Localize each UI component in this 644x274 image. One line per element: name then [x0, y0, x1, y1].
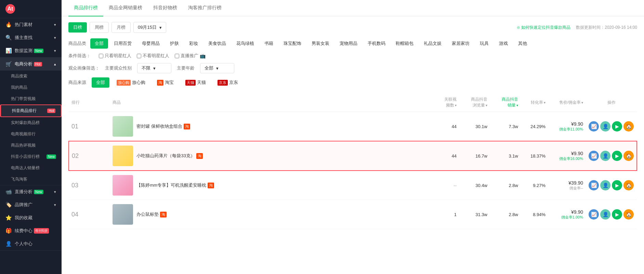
user-btn-2[interactable]: 👤: [600, 151, 610, 161]
sidebar-sub-item-product-review[interactable]: 商品热评视频: [0, 140, 62, 151]
user-btn-3[interactable]: 👤: [600, 180, 610, 190]
sidebar-item-points[interactable]: 🎁 续费中心 年付6折: [0, 224, 62, 237]
col-product-sales[interactable]: 商品抖音销量▾: [490, 93, 521, 112]
video-btn-4[interactable]: ▶: [612, 209, 622, 220]
commission-rate-3: 佣金率--: [551, 186, 583, 191]
sidebar-sub-item-my-products[interactable]: 我的商品: [0, 82, 62, 93]
gender-select[interactable]: 不限 ▾: [137, 63, 171, 73]
sidebar-item-ecom-analysis[interactable]: 🛒 电商分析 Hot ▴: [0, 58, 62, 71]
src-btn-taobao[interactable]: 淘 淘宝: [153, 77, 178, 88]
sidebar-sub-item-realtime[interactable]: 实时爆款商品榜: [0, 117, 62, 128]
sidebar-item-data-monitor[interactable]: 📊 数据监测 New ▾: [0, 44, 62, 57]
date-selector[interactable]: 09月15日 ▾: [133, 22, 166, 33]
sidebar-sub-item-shop-rank[interactable]: 抖音小店排行榜 New: [0, 151, 62, 162]
src-btn-jd[interactable]: 京东 京东: [213, 77, 242, 88]
brand-icon: 🏷️: [5, 202, 12, 208]
action-cell-2: 📈 👤 ▶ 🏠: [586, 141, 637, 171]
cat-btn-baby[interactable]: 母婴用品: [137, 38, 164, 49]
cond-only-star-check[interactable]: [99, 54, 103, 58]
sidebar: At 🔥 热门素材 ▾ 🔍 播主查找 ▾ 📊 数据监测 New ▾ 🛒 电商分析…: [0, 0, 62, 274]
sidebar-item-live-analysis[interactable]: 📹 直播分析 New ▾: [0, 185, 62, 198]
cat-btn-jewelry[interactable]: 珠宝配饰: [279, 38, 306, 49]
chart-btn-2[interactable]: 📈: [589, 151, 599, 161]
src-btn-tmall[interactable]: 天猫 天猫: [181, 77, 210, 88]
cat-btn-food[interactable]: 美食饮品: [204, 38, 231, 49]
age-select[interactable]: 全部 ▾: [200, 63, 234, 73]
video-btn-2[interactable]: ▶: [612, 151, 622, 161]
col-conversion[interactable]: 转化率▾: [521, 93, 548, 112]
cat-btn-gifts[interactable]: 礼品文娱: [419, 38, 446, 49]
sidebar-sub-item-ecom-video[interactable]: 电商视频排行: [0, 128, 62, 140]
audience-filter-row: 观众画像筛选： 主要观众性别 不限 ▾ 主要年龄 全部 ▾: [68, 63, 637, 73]
chart-btn-1[interactable]: 📈: [589, 121, 599, 132]
sidebar-sub-item-hot-videos[interactable]: 热门带货视频: [0, 93, 62, 104]
sort-icon-price: ▾: [581, 101, 583, 104]
price-value-1: ¥9.90: [551, 121, 583, 127]
cond-only-star[interactable]: 只看明星红人: [99, 53, 131, 59]
cat-btn-skincare[interactable]: 护肤: [166, 38, 183, 49]
chart-icon: 📊: [5, 48, 12, 54]
sidebar-item-personal[interactable]: 👤 个人中心: [0, 237, 62, 250]
sidebar-item-brand[interactable]: 🏷️ 品牌推广 ▾: [0, 198, 62, 211]
cat-btn-digital[interactable]: 手机数码: [363, 38, 390, 49]
home-btn-2[interactable]: 🏠: [623, 151, 634, 161]
cat-btn-pets[interactable]: 宠物用品: [335, 38, 362, 49]
video-btn-1[interactable]: ▶: [612, 121, 622, 132]
sidebar-item-host-search[interactable]: 🔍 播主查找 ▾: [0, 31, 62, 44]
content-area: 日榜 周榜 月榜 09月15日 ▾ ⊙ 如何快速定位抖音爆款商品 数据更新时间：…: [62, 16, 644, 274]
home-btn-1[interactable]: 🏠: [623, 121, 634, 132]
sidebar-item-collect[interactable]: ⭐ 我的收藏: [0, 211, 62, 224]
cat-btn-makeup[interactable]: 彩妆: [185, 38, 202, 49]
tab-all-sales[interactable]: 商品全网销量榜: [103, 0, 148, 16]
home-btn-4[interactable]: 🏠: [623, 209, 634, 220]
cond-not-star-check[interactable]: [137, 54, 141, 58]
cond-not-star[interactable]: 不看明星红人: [137, 53, 169, 59]
cat-btn-daily[interactable]: 日用百货: [109, 38, 136, 49]
new-badge-shop: New: [47, 154, 56, 159]
sidebar-sub-label-my-products: 我的商品: [11, 85, 27, 90]
src-btn-all[interactable]: 全部: [92, 77, 109, 88]
sidebar-sub-item-feiliao[interactable]: 飞鸟淘客: [0, 174, 62, 185]
cat-btn-clothing[interactable]: 男装女装: [307, 38, 334, 49]
cond-live-promo-check[interactable]: [175, 54, 179, 58]
col-related-videos[interactable]: 关联视频数▾: [432, 93, 459, 112]
sidebar-sub-item-talent-sales[interactable]: 电商达人销量榜: [0, 162, 62, 174]
cond-not-star-label: 不看明星红人: [143, 53, 169, 59]
help-link[interactable]: ⊙ 如何快速定位抖音爆款商品: [517, 25, 570, 30]
col-price[interactable]: 售价/佣金率▾: [548, 93, 586, 112]
age-value: 全部: [205, 65, 213, 71]
src-btn-fxg[interactable]: 放心购 放心购: [112, 77, 150, 88]
sidebar-item-hot-material[interactable]: 🔥 热门素材 ▾: [0, 18, 62, 31]
btn-week[interactable]: 周榜: [90, 22, 109, 33]
cat-btn-others[interactable]: 其他: [514, 38, 531, 49]
table-row-highlighted: 02 小吃猫山药薄片（每袋33克） 淘 44 16.7w 3.1w 1: [69, 141, 637, 171]
tabs-bar: 商品排行榜 商品全网销量榜 抖音好物榜 淘客推广排行榜: [62, 0, 644, 16]
cat-btn-flowers[interactable]: 花鸟绿植: [232, 38, 259, 49]
sidebar-sub-item-douyin-rank[interactable]: 抖音商品排行 Hot: [0, 104, 62, 117]
video-btn-3[interactable]: ▶: [612, 180, 622, 190]
cat-btn-home[interactable]: 家居家坊: [447, 38, 474, 49]
tab-taoke-rank[interactable]: 淘客推广排行榜: [183, 0, 227, 16]
cat-btn-games[interactable]: 游戏: [495, 38, 512, 49]
cat-btn-all[interactable]: 全部: [90, 38, 108, 49]
tab-douyin-good[interactable]: 抖音好物榜: [148, 0, 183, 16]
cat-btn-toys[interactable]: 玩具: [475, 38, 493, 49]
chart-btn-4[interactable]: 📈: [589, 209, 599, 220]
product-image-1: [113, 116, 133, 137]
sidebar-sub-item-product-search[interactable]: 商品搜索: [0, 71, 62, 82]
toolbar-row: 日榜 周榜 月榜 09月15日 ▾ ⊙ 如何快速定位抖音爆款商品 数据更新时间：…: [68, 22, 637, 33]
videos-cell-4: 1: [432, 200, 459, 229]
rank-cell-2: 02: [69, 141, 110, 171]
btn-day[interactable]: 日榜: [68, 22, 87, 33]
cat-btn-shoes[interactable]: 鞋帽箱包: [391, 38, 418, 49]
tab-product-rank[interactable]: 商品排行榜: [68, 0, 103, 16]
home-btn-3[interactable]: 🏠: [623, 180, 634, 190]
col-product-views[interactable]: 商品抖音浏览量▾: [459, 93, 490, 112]
btn-month[interactable]: 月榜: [111, 22, 131, 33]
cat-btn-books[interactable]: 书籍: [260, 38, 278, 49]
user-btn-1[interactable]: 👤: [600, 121, 610, 132]
hot-badge-rank: Hot: [47, 109, 55, 113]
chart-btn-3[interactable]: 📈: [589, 180, 599, 190]
user-btn-4[interactable]: 👤: [600, 209, 610, 220]
cond-live-promo[interactable]: 直播推广 📺: [175, 53, 206, 59]
